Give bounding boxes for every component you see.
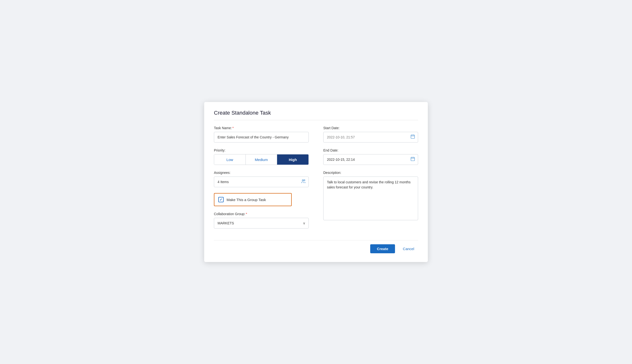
description-section: Description: Talk to local customers and… <box>323 171 418 228</box>
end-date-label: End Date: <box>323 148 418 152</box>
cancel-button[interactable]: Cancel <box>399 244 418 253</box>
svg-point-0 <box>302 180 303 181</box>
end-date-input[interactable] <box>323 154 418 165</box>
priority-medium-button[interactable]: Medium <box>246 154 277 165</box>
assignees-icon <box>301 179 306 185</box>
form-grid: Task Name:* Priority: Low Medium High As… <box>214 126 418 234</box>
dialog-footer: Create Cancel <box>214 240 418 253</box>
start-date-input[interactable] <box>323 132 418 142</box>
group-task-label: Make This a Group Task <box>226 198 266 202</box>
svg-rect-2 <box>411 135 415 138</box>
assignees-section: Assignees: <box>214 171 309 187</box>
start-date-label: Start Date: <box>323 126 418 130</box>
group-task-checkbox-row[interactable]: Make This a Group Task <box>214 193 292 206</box>
collab-group-label: Collaboration Group:* <box>214 212 309 216</box>
priority-section: Priority: Low Medium High <box>214 148 309 165</box>
collab-required-star: * <box>246 212 247 216</box>
task-name-label: Task Name:* <box>214 126 309 130</box>
assignees-input[interactable] <box>214 176 309 187</box>
required-star: * <box>232 126 234 130</box>
assignees-label: Assignees: <box>214 171 309 174</box>
task-name-section: Task Name:* <box>214 126 309 142</box>
dialog-title: Create Standalone Task <box>214 110 418 120</box>
start-date-section: Start Date: <box>323 126 418 142</box>
left-column: Task Name:* Priority: Low Medium High As… <box>214 126 309 234</box>
create-task-dialog: Create Standalone Task Task Name:* Prior… <box>204 102 428 262</box>
svg-point-1 <box>304 180 305 181</box>
end-date-calendar-icon <box>410 156 415 163</box>
collab-group-section: Collaboration Group:* MARKETS EUROPE ASI… <box>214 212 309 228</box>
svg-rect-6 <box>411 157 415 161</box>
description-textarea[interactable]: Talk to local customers and revise the r… <box>323 176 418 220</box>
start-date-input-wrapper <box>323 132 418 142</box>
priority-low-button[interactable]: Low <box>214 154 246 165</box>
collab-group-select-wrapper: MARKETS EUROPE ASIA AMERICAS ∨ <box>214 218 309 228</box>
end-date-input-wrapper <box>323 154 418 165</box>
create-button[interactable]: Create <box>370 244 395 253</box>
priority-group: Low Medium High <box>214 154 309 165</box>
description-label: Description: <box>323 171 418 174</box>
collab-group-select[interactable]: MARKETS EUROPE ASIA AMERICAS <box>214 218 309 228</box>
priority-label: Priority: <box>214 148 309 152</box>
assignees-input-wrapper <box>214 176 309 187</box>
priority-high-button[interactable]: High <box>277 154 308 165</box>
end-date-section: End Date: <box>323 148 418 165</box>
start-date-calendar-icon <box>410 134 415 140</box>
right-column: Start Date: End Date: <box>323 126 418 234</box>
task-name-input[interactable] <box>214 132 309 142</box>
group-task-checkbox[interactable] <box>218 197 224 202</box>
